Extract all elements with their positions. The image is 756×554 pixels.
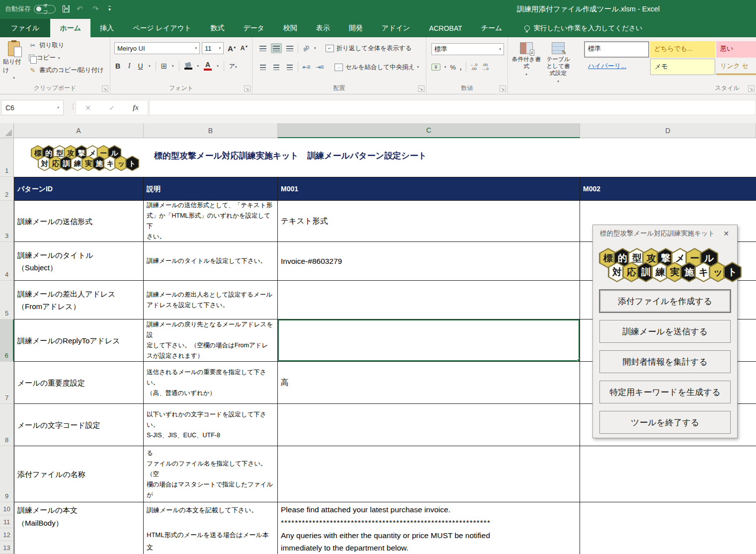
row-header-3[interactable]: 3 xyxy=(0,201,14,242)
percent-style-button[interactable]: % xyxy=(450,64,456,71)
row-header-12[interactable]: 12 xyxy=(0,528,14,541)
tab-データ[interactable]: データ xyxy=(234,19,274,37)
tab-ページ レイアウト[interactable]: ページ レイアウト xyxy=(123,19,201,37)
styles-dialog-launcher[interactable]: ↘ xyxy=(748,85,755,92)
dialog-close-button[interactable]: ✕ xyxy=(720,229,732,238)
kit-logo-image[interactable]: 標的型攻撃メール対応訓練実施キット xyxy=(31,145,139,171)
cell-a8[interactable]: メールの文字コード設定 xyxy=(14,404,144,446)
clipboard-dialog-launcher[interactable]: ↘ xyxy=(102,85,108,92)
tab-ホーム[interactable]: ホーム xyxy=(50,19,90,37)
column-header-D[interactable]: D xyxy=(580,123,756,138)
bold-button[interactable]: B xyxy=(114,62,121,70)
cell-a2[interactable]: パターンID xyxy=(14,177,144,201)
cell-d9[interactable] xyxy=(580,446,756,502)
tab-数式[interactable]: 数式 xyxy=(201,19,234,37)
increase-indent-button[interactable]: ⇥≡ xyxy=(314,62,325,72)
row-header-6[interactable]: 6 xyxy=(0,319,14,362)
cell-b10[interactable]: 訓練メールの本文を記載して下さい。 HTML形式のメールを送る場合はメール本文 … xyxy=(144,502,278,554)
column-header-A[interactable]: A xyxy=(14,123,144,138)
cell-b8[interactable]: 以下いずれかの文字コードを設定して下さい。 S-JIS、JIS、EUC、UTF-… xyxy=(144,404,278,446)
merge-center-button[interactable]: ↔ セルを結合して中央揃え ▾ xyxy=(335,63,419,72)
font-size-combo[interactable]: 11▾ xyxy=(202,42,224,54)
tab-アドイン[interactable]: アドイン xyxy=(372,19,420,37)
cell-b7[interactable]: 送信されるメールの重要度を指定して下さい。 （高、普通のいずれか） xyxy=(144,362,278,404)
cancel-icon[interactable]: ✕ xyxy=(85,104,91,112)
conditional-formatting-button[interactable]: ≠ 条件付き書式 ▾ xyxy=(512,42,541,78)
cell-b9[interactable]: メールにファイルを添付する場合は、添付する ファイルのファイル名を指定して下さい… xyxy=(144,446,278,502)
cell-style-note[interactable]: メモ xyxy=(650,59,715,75)
align-bottom-button[interactable] xyxy=(284,43,295,53)
name-box[interactable]: C6▾ xyxy=(1,100,64,115)
formula-input[interactable] xyxy=(149,100,756,115)
italic-button[interactable]: I xyxy=(126,62,132,70)
cell-c9[interactable] xyxy=(278,446,580,502)
cell-b5[interactable]: 訓練メールの差出人名として設定するメール アドレスを設定して下さい。 xyxy=(144,281,278,319)
font-dialog-launcher[interactable]: ↘ xyxy=(244,85,251,92)
dialog-button-3[interactable]: 開封者情報を集計する xyxy=(599,350,731,373)
align-top-button[interactable] xyxy=(257,43,268,53)
cell-b6[interactable]: 訓練メールの戻り先となるメールアドレスを設 定して下さい。（空欄の場合はFrom… xyxy=(144,319,278,362)
wrap-text-button[interactable]: ↩ 折り返して全体を表示する xyxy=(326,44,412,53)
grow-font-button[interactable]: A▲ xyxy=(228,44,237,53)
alignment-dialog-launcher[interactable]: ↘ xyxy=(418,85,424,92)
row-header-9[interactable]: 9 xyxy=(0,446,14,502)
dialog-button-5[interactable]: ツールを終了する xyxy=(599,411,731,434)
number-format-combo[interactable]: 標準▾ xyxy=(431,43,504,55)
row-header-8[interactable]: 8 xyxy=(0,404,14,446)
cell-style-hyperlink[interactable]: ハイパーリ... xyxy=(584,59,649,75)
cell-a3[interactable]: 訓練メールの送信形式 xyxy=(14,201,144,242)
fill-color-button[interactable] xyxy=(184,63,192,70)
font-name-combo[interactable]: Meiryo UI▾ xyxy=(114,42,200,54)
row-header-11[interactable]: 11 xyxy=(0,515,14,528)
tab-校閲[interactable]: 校閲 xyxy=(274,19,307,37)
align-left-button[interactable] xyxy=(257,62,268,72)
increase-decimal-button[interactable]: ←.0.00 xyxy=(470,63,478,71)
number-dialog-launcher[interactable]: ↘ xyxy=(500,85,506,92)
row-header-2[interactable]: 2 xyxy=(0,177,14,201)
redo-button[interactable]: ↷▾ xyxy=(92,4,101,13)
cell-c7[interactable]: 高 xyxy=(278,362,580,404)
comma-style-button[interactable]: , xyxy=(460,64,462,71)
dialog-button-2[interactable]: 訓練メールを送信する xyxy=(599,320,731,343)
cell-c8[interactable] xyxy=(278,404,580,446)
tab-表示[interactable]: 表示 xyxy=(307,19,339,37)
format-painter-button[interactable]: ✎書式のコピー/貼り付け xyxy=(29,66,104,75)
autosave-toggle[interactable]: 自動保存 オフ xyxy=(5,4,56,13)
dialog-button-1[interactable]: 添付ファイルを作成する xyxy=(599,290,731,313)
underline-button[interactable]: U xyxy=(137,62,144,70)
cut-button[interactable]: ✂切り取り xyxy=(29,41,104,50)
cell-c5[interactable] xyxy=(278,281,580,319)
tell-me[interactable]: 実行したい作業を入力してください xyxy=(524,19,642,37)
undo-button[interactable]: ↶▾ xyxy=(77,4,85,13)
align-middle-button[interactable] xyxy=(271,43,282,53)
cell-c10[interactable]: Please find attached your latest purchas… xyxy=(278,502,580,554)
tab-チーム[interactable]: チーム xyxy=(472,19,512,37)
row-header-4[interactable]: 4 xyxy=(0,242,14,281)
cell-b4[interactable]: 訓練メールのタイトルを設定して下さい。 xyxy=(144,242,278,281)
column-header-B[interactable]: B xyxy=(144,123,278,138)
font-color-button[interactable]: A xyxy=(204,62,212,71)
cell-c3[interactable]: テキスト形式 xyxy=(278,201,580,242)
format-as-table-button[interactable]: ✎ テーブルとして書式設定 ▾ xyxy=(544,42,573,85)
cell-a5[interactable]: 訓練メールの差出人アドレス （Fromアドレス） xyxy=(14,281,144,319)
cell-style-normal[interactable]: 標準 xyxy=(584,41,649,58)
align-right-button[interactable] xyxy=(284,62,295,72)
select-all-corner[interactable] xyxy=(0,123,14,138)
copy-button[interactable]: コピー▾ xyxy=(29,54,104,62)
row-header-5[interactable]: 5 xyxy=(0,281,14,319)
cell-d10[interactable] xyxy=(580,502,756,554)
orientation-button[interactable]: ab xyxy=(301,43,312,53)
row-header-7[interactable]: 7 xyxy=(0,362,14,404)
decrease-indent-button[interactable]: ⇤≡ xyxy=(301,62,312,72)
save-button[interactable] xyxy=(63,5,70,12)
tab-file[interactable]: ファイル xyxy=(0,19,50,37)
cell-c2[interactable]: M001 xyxy=(278,177,580,201)
cell-style-neutral[interactable]: どちらでも... xyxy=(650,41,715,58)
row-header-10[interactable]: 10 xyxy=(0,502,14,515)
cell-style-linked[interactable]: リンク セ xyxy=(716,59,756,75)
cell-a10[interactable]: 訓練メールの本文 （MailBody） xyxy=(14,502,144,554)
cell-a6[interactable]: 訓練メールのReplyToアドレス xyxy=(14,319,144,362)
phonetic-button[interactable]: ア▾ xyxy=(229,62,237,71)
decrease-decimal-button[interactable]: .00→.0 xyxy=(481,63,489,71)
cell-a7[interactable]: メールの重要度設定 xyxy=(14,362,144,404)
